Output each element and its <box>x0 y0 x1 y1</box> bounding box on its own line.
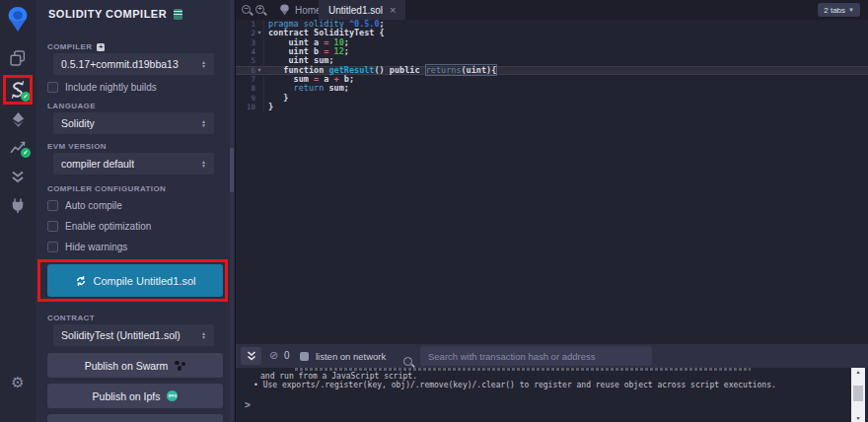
refresh-icon <box>75 275 87 287</box>
listen-on-network-label: listen on network <box>316 351 386 362</box>
terminal: ⊘ 0 listen on network and run from a Jav… <box>236 344 868 422</box>
terminal-lines: and run from a JavaScript script.• Use e… <box>253 372 844 389</box>
hide-warnings-label: Hide warnings <box>65 242 127 252</box>
publish-ipfs-label: Publish on Ipfs <box>93 390 161 402</box>
code-editor[interactable]: 1pragma solidity ^0.5.0;2▼contract Solid… <box>236 20 868 344</box>
editor-tab-bar: − + Home Untitled1.sol × 2 tabs ▼ <box>236 0 868 20</box>
clear-transactions-icon[interactable]: ⊘ <box>269 348 278 363</box>
tab-untitled1-sol[interactable]: Untitled1.sol × <box>319 0 405 20</box>
language-select[interactable]: Solidity ▲▼ <box>53 112 214 134</box>
editor-region: − + Home Untitled1.sol × 2 tabs ▼ 1pragm… <box>235 0 868 422</box>
panel-title-text: SOLIDITY COMPILER <box>48 8 167 20</box>
compiler-label-text: COMPILER <box>47 42 92 51</box>
dropdown-arrows-icon: ▲▼ <box>201 119 206 128</box>
close-tab-icon[interactable]: × <box>390 5 396 15</box>
listen-on-network-checkbox[interactable]: listen on network <box>300 351 386 362</box>
checkbox-icon <box>47 82 58 93</box>
analysis-success-badge-icon: ✓ <box>21 148 31 158</box>
scrollbar-thumb[interactable] <box>853 386 863 401</box>
remix-logo-icon[interactable] <box>0 6 36 33</box>
auto-compile-label: Auto compile <box>65 200 122 211</box>
terminal-prompt[interactable]: > <box>245 399 251 410</box>
transaction-count: 0 <box>284 350 290 361</box>
language-value: Solidity <box>61 117 95 129</box>
compiler-success-badge-icon: ✓ <box>21 92 31 102</box>
compiler-version-select[interactable]: 0.5.17+commit.d19bba13 ▲▼ <box>53 53 214 75</box>
tab-home-label: Home <box>295 5 322 16</box>
solidity-compiler-icon[interactable]: ✓ <box>0 80 36 100</box>
panel-scrollbar-thumb[interactable] <box>230 148 234 192</box>
compiler-info-icon[interactable]: + <box>97 43 105 51</box>
remix-ide-window: ✓ ✓ ⚙ <box>0 0 868 422</box>
contract-section-label: CONTRACT <box>47 314 95 322</box>
auto-compile-checkbox[interactable]: Auto compile <box>47 200 122 211</box>
include-nightly-checkbox[interactable]: Include nightly builds <box>47 82 157 93</box>
compiler-config-section-label: COMPILER CONFIGURATION <box>47 184 166 193</box>
scroll-down-icon[interactable]: ▼ <box>851 415 865 421</box>
compiler-section-label: COMPILER + <box>47 42 105 51</box>
compile-button-label: Compile Untitled1.sol <box>94 275 196 287</box>
partial-button[interactable] <box>47 414 223 422</box>
panel-scrollbar-track[interactable] <box>230 0 234 422</box>
panel-title: SOLIDITY COMPILER <box>48 8 182 20</box>
contract-value: SolidityTest (Untitled1.sol) <box>61 329 181 341</box>
activity-bar: ✓ ✓ ⚙ <box>0 0 36 422</box>
docs-icon[interactable] <box>174 9 182 20</box>
ipfs-icon: IPFS <box>167 390 178 401</box>
enable-optimization-checkbox[interactable]: Enable optimization <box>47 221 151 232</box>
debugger-icon[interactable] <box>0 171 36 183</box>
compiler-version-value: 0.5.17+commit.d19bba13 <box>61 58 179 70</box>
analysis-icon[interactable]: ✓ <box>0 140 36 155</box>
config-label-text: COMPILER CONFIGURATION <box>47 184 166 193</box>
dropdown-arrows-icon: ▲▼ <box>201 160 206 169</box>
terminal-toolbar: ⊘ 0 listen on network <box>236 344 868 368</box>
terminal-search-input[interactable] <box>420 346 652 366</box>
contract-select[interactable]: SolidityTest (Untitled1.sol) ▲▼ <box>53 324 214 346</box>
double-chevron-down-icon <box>247 351 256 361</box>
publish-swarm-button[interactable]: Publish on Swarm <box>47 353 223 378</box>
swarm-icon <box>175 361 185 371</box>
checkbox-icon <box>300 352 309 361</box>
publish-ipfs-button[interactable]: Publish on Ipfs IPFS <box>47 384 223 408</box>
language-label-text: LANGUAGE <box>47 102 96 110</box>
checkbox-icon <box>47 200 58 211</box>
solidity-compiler-panel: SOLIDITY COMPILER COMPILER + 0.5.17+comm… <box>36 0 235 422</box>
evm-version-value: compiler default <box>61 158 134 170</box>
plugin-manager-icon[interactable] <box>0 197 36 214</box>
publish-swarm-label: Publish on Swarm <box>85 360 169 372</box>
dropdown-arrows-icon: ▲▼ <box>201 60 206 69</box>
terminal-scrollbar[interactable]: ▲ ▼ <box>851 368 865 422</box>
deploy-run-icon[interactable] <box>0 111 36 128</box>
terminal-line: and run from a JavaScript script. <box>253 372 844 381</box>
contract-label-text: CONTRACT <box>47 314 95 322</box>
tab-file-label: Untitled1.sol <box>328 5 383 16</box>
code-lines: 1pragma solidity ^0.5.0;2▼contract Solid… <box>236 20 868 111</box>
evm-label-text: EVM VERSION <box>47 142 107 151</box>
include-nightly-label: Include nightly builds <box>65 82 157 93</box>
language-section-label: LANGUAGE <box>47 102 96 110</box>
zoom-out-icon[interactable]: − <box>242 5 251 14</box>
terminal-output[interactable]: and run from a JavaScript script.• Use e… <box>236 368 868 422</box>
terminal-line: • Use exports/.register(key, obj)/.remov… <box>253 381 844 389</box>
settings-gear-icon[interactable]: ⚙ <box>0 374 36 391</box>
hide-warnings-checkbox[interactable]: Hide warnings <box>47 242 127 252</box>
remix-home-icon <box>279 4 290 16</box>
evm-version-section-label: EVM VERSION <box>47 142 107 151</box>
enable-optimization-label: Enable optimization <box>65 221 151 232</box>
compile-button[interactable]: Compile Untitled1.sol <box>47 264 223 297</box>
tabs-count-label: 2 tabs <box>824 6 845 15</box>
dropdown-arrows-icon: ▲▼ <box>201 331 206 340</box>
checkbox-icon <box>47 221 58 232</box>
evm-version-select[interactable]: compiler default ▲▼ <box>53 153 214 175</box>
code-line: 8 return sum; <box>236 84 868 93</box>
code-line: 10} <box>236 103 868 111</box>
code-line: 9 } <box>236 94 868 103</box>
clipped-text-line <box>295 368 751 371</box>
checkbox-icon <box>47 242 58 252</box>
caret-down-icon: ▼ <box>848 7 854 13</box>
tabs-count-badge[interactable]: 2 tabs ▼ <box>818 3 860 17</box>
zoom-in-icon[interactable]: + <box>255 5 264 14</box>
scroll-up-icon[interactable]: ▲ <box>851 369 865 375</box>
file-explorer-icon[interactable] <box>0 50 36 66</box>
terminal-collapse-button[interactable] <box>241 347 261 365</box>
